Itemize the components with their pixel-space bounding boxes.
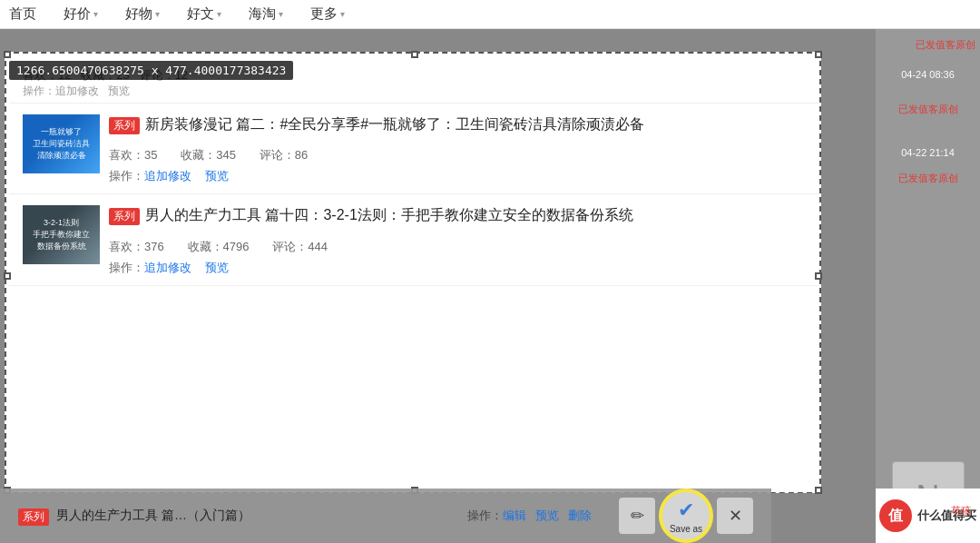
- edit-button[interactable]: ✏: [619, 498, 655, 534]
- chevron-down-icon: ▾: [217, 9, 221, 19]
- resize-handle-tm[interactable]: [411, 51, 418, 58]
- right-sidebar: 已发值客原创 04-24 08:36 已发值客原创 04-22 21:14 已发…: [876, 29, 980, 543]
- bottom-article-info: 系列 男人的生产力工具 篇…（入门篇）: [18, 506, 458, 526]
- nav-item-more[interactable]: 更多 ▾: [310, 5, 345, 23]
- checkmark-icon: ✔: [678, 499, 694, 522]
- save-as-label: Save as: [670, 524, 702, 534]
- article-info-1: 系列 新房装修漫记 篇二：#全民分享季#一瓶就够了：卫生间瓷砖洁具清除顽渍必备 …: [109, 114, 806, 184]
- draft-label: 草稿: [951, 505, 971, 516]
- content-area: 1266.6500470638275 x 477.4000177383423 喜…: [0, 29, 876, 543]
- article-row-2: 3-2-1法则手把手教你建立数据备份系统 系列 男人的生产力工具 篇十四：3-2…: [9, 194, 819, 285]
- bottom-toolbar: 系列 男人的生产力工具 篇…（入门篇） 操作：编辑预览删除 ✏ ✔ Save a…: [0, 489, 771, 543]
- resize-handle-tl[interactable]: [4, 51, 11, 58]
- series-badge-2: 系列: [109, 208, 140, 225]
- article-thumbnail-1: 一瓶就够了卫生间瓷砖洁具清除顽渍必备: [23, 114, 100, 173]
- chevron-down-icon: ▾: [340, 9, 345, 19]
- article-ops-2: 操作：追加修改预览: [109, 260, 806, 276]
- pencil-icon: ✏: [631, 506, 644, 526]
- close-button[interactable]: ✕: [717, 498, 753, 534]
- edit-link-2[interactable]: 追加修改: [144, 261, 191, 274]
- article-row-1: 一瓶就够了卫生间瓷砖洁具清除顽渍必备 系列 新房装修漫记 篇二：#全民分享季#一…: [9, 104, 819, 194]
- article-info-2: 系列 男人的生产力工具 篇十四：3-2-1法则：手把手教你建立安全的数据备份系统…: [109, 205, 806, 275]
- nav-item-products[interactable]: 好物 ▾: [125, 5, 160, 23]
- resize-handle-mr[interactable]: [815, 272, 822, 280]
- bottom-draft-status: 草稿: [951, 504, 971, 518]
- chevron-down-icon: ▾: [279, 9, 283, 19]
- bottom-delete-link[interactable]: 删除: [568, 508, 592, 522]
- close-icon: ✕: [729, 506, 742, 526]
- article-stats-2: 喜欢：376 收藏：4796 评论：444: [109, 239, 806, 255]
- nav-item-articles[interactable]: 好文 ▾: [187, 5, 221, 23]
- article-thumbnail-2: 3-2-1法则手把手教你建立数据备份系统: [23, 205, 100, 264]
- nav-bar: 首页 好价 ▾ 好物 ▾ 好文 ▾ 海淘 ▾ 更多 ▾: [0, 0, 980, 29]
- resize-handle-ml[interactable]: [4, 272, 11, 280]
- article-stats-1: 喜欢：35 收藏：345 评论：86: [109, 147, 806, 163]
- bottom-article-title: 男人的生产力工具 篇…（入门篇）: [56, 508, 250, 524]
- action-buttons: ✏ ✔ Save as Save as Image ✕: [619, 489, 753, 543]
- article-title-1: 新房装修漫记 篇二：#全民分享季#一瓶就够了：卫生间瓷砖洁具清除顽渍必备: [145, 114, 644, 134]
- size-indicator: 1266.6500470638275 x 477.4000177383423: [9, 61, 293, 80]
- nav-deals-label: 好价: [64, 5, 91, 23]
- date-2: 04-22 21:14: [901, 143, 955, 160]
- nav-item-deals[interactable]: 好价 ▾: [64, 5, 98, 23]
- nav-products-label: 好物: [125, 5, 152, 23]
- site-logo: 值: [879, 499, 912, 532]
- preview-link-1[interactable]: 预览: [205, 169, 229, 183]
- main-area: 1266.6500470638275 x 477.4000177383423 喜…: [0, 29, 980, 543]
- series-badge-1: 系列: [109, 117, 140, 134]
- save-as-wrapper: ✔ Save as Save as Image: [659, 489, 713, 543]
- status-2: 已发值客原创: [898, 169, 958, 185]
- chevron-down-icon: ▾: [155, 9, 160, 19]
- chevron-down-icon: ▾: [93, 9, 98, 19]
- resize-handle-br[interactable]: [815, 487, 822, 494]
- already-created-text-1: 已发值客原创: [880, 38, 975, 52]
- logo-symbol: 值: [888, 507, 903, 526]
- nav-more-label: 更多: [310, 5, 338, 23]
- preview-link-2[interactable]: 预览: [205, 261, 229, 274]
- size-value: 1266.6500470638275 x 477.4000177383423: [16, 64, 286, 77]
- nav-overseas-label: 海淘: [249, 5, 276, 23]
- bottom-edit-link[interactable]: 编辑: [503, 508, 526, 522]
- nav-item-overseas[interactable]: 海淘 ▾: [249, 5, 283, 23]
- edit-link-1[interactable]: 追加修改: [144, 169, 191, 183]
- nav-home-label: 首页: [9, 5, 36, 23]
- nav-articles-label: 好文: [187, 5, 214, 23]
- article-title-2: 男人的生产力工具 篇十四：3-2-1法则：手把手教你建立安全的数据备份系统: [145, 205, 633, 225]
- article-ops-1: 操作：追加修改预览: [109, 168, 806, 184]
- status-1: 已发值客原创: [898, 100, 958, 116]
- date-1: 04-24 08:36: [901, 65, 955, 82]
- resize-handle-tr[interactable]: [815, 51, 822, 58]
- save-as-button[interactable]: ✔ Save as: [659, 489, 713, 543]
- bottom-article-ops: 操作：编辑预览删除: [467, 508, 592, 524]
- bottom-preview-link[interactable]: 预览: [535, 508, 559, 522]
- nav-item-home[interactable]: 首页: [9, 5, 36, 23]
- bottom-series-badge: 系列: [18, 508, 49, 526]
